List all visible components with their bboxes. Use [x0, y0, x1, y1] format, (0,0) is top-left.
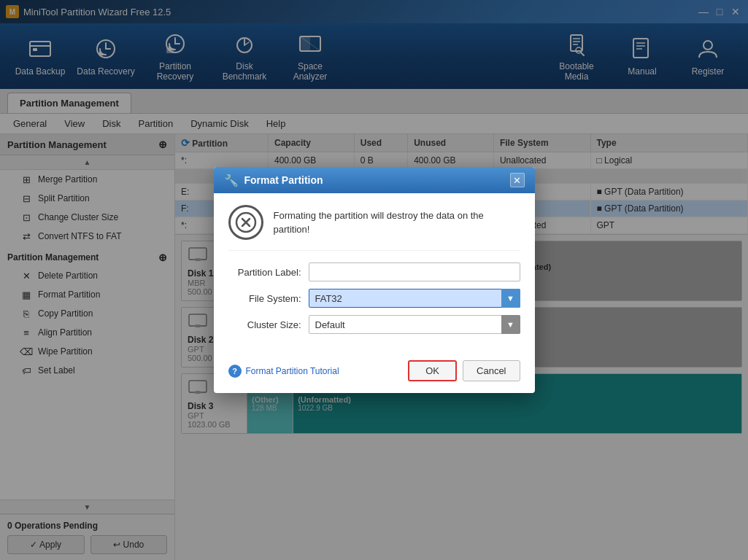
partition-label-input[interactable]: [309, 262, 520, 281]
modal-overlay: 🔧 Format Partition ✕ Formating the parti…: [0, 0, 748, 560]
file-system-select-wrapper: FAT32 NTFS FAT16 FAT12 exFAT Ext2 Ext3 E…: [309, 289, 520, 308]
cluster-size-label: Cluster Size:: [228, 319, 301, 330]
modal-body: Formating the partition will destroy the…: [214, 193, 535, 353]
ok-button[interactable]: OK: [408, 360, 457, 381]
partition-label-row: Partition Label:: [228, 262, 520, 281]
warning-icon: [228, 205, 263, 240]
modal-header: 🔧 Format Partition ✕: [214, 167, 535, 193]
modal-warning: Formating the partition will destroy the…: [228, 205, 520, 251]
cluster-size-select[interactable]: Default 512 1024 2048 4096: [309, 315, 520, 334]
help-circle-icon: ?: [228, 365, 242, 378]
modal-footer: ? Format Partition Tutorial OK Cancel: [214, 353, 535, 393]
modal-buttons: OK Cancel: [408, 360, 520, 381]
file-system-label: File System:: [228, 293, 301, 304]
file-system-select[interactable]: FAT32 NTFS FAT16 FAT12 exFAT Ext2 Ext3 E…: [309, 289, 520, 308]
format-partition-dialog: 🔧 Format Partition ✕ Formating the parti…: [214, 167, 535, 393]
modal-title: Format Partition: [244, 174, 323, 186]
modal-logo-icon: 🔧: [224, 174, 239, 187]
format-partition-tutorial-link[interactable]: ? Format Partition Tutorial: [228, 365, 339, 378]
cancel-button[interactable]: Cancel: [463, 360, 520, 381]
modal-warning-text: Formating the partition will destroy the…: [274, 209, 520, 237]
partition-label-label: Partition Label:: [228, 267, 301, 278]
cluster-size-select-wrapper: Default 512 1024 2048 4096 ▼: [309, 315, 520, 334]
file-system-row: File System: FAT32 NTFS FAT16 FAT12 exFA…: [228, 289, 520, 308]
cluster-size-row: Cluster Size: Default 512 1024 2048 4096…: [228, 315, 520, 334]
modal-close-button[interactable]: ✕: [510, 173, 525, 187]
